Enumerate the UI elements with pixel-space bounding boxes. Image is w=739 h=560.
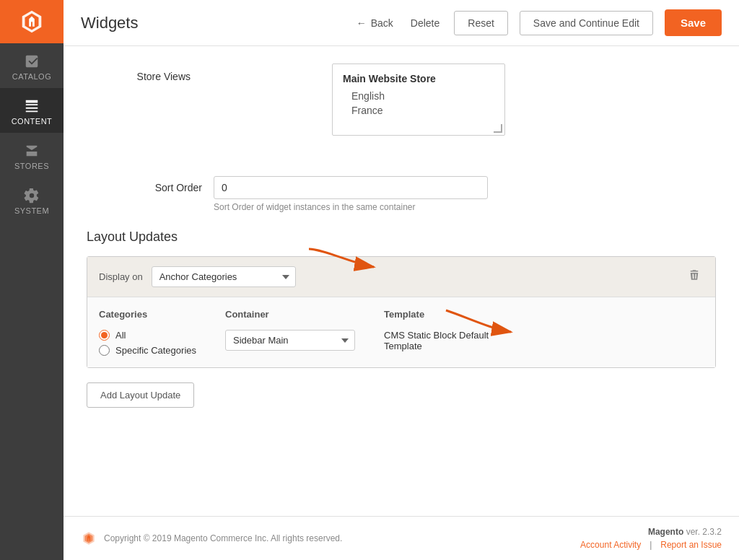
layout-update-header: Display on All Pages Anchor Categories N… xyxy=(87,257,715,297)
sidebar-content-label: CONTENT xyxy=(12,117,53,126)
footer-links: Account Activity | Report an Issue xyxy=(580,540,722,550)
sidebar-item-content[interactable]: CONTENT xyxy=(0,88,64,133)
sort-order-hint: Sort Order of widget instances in the sa… xyxy=(214,202,488,212)
back-button[interactable]: ← Back xyxy=(354,12,396,35)
sidebar-item-stores[interactable]: STORES xyxy=(0,133,64,178)
store-main: Main Website Store xyxy=(343,73,494,84)
template-value: CMS Static Block Default Template xyxy=(384,330,528,351)
magento-logo-icon xyxy=(18,8,45,35)
categories-group: Categories All Specific Categories xyxy=(99,309,196,356)
catalog-icon xyxy=(24,53,40,69)
footer-version: Magento ver. 2.3.2 xyxy=(648,527,722,537)
sidebar-catalog-label: CATALOG xyxy=(12,72,51,81)
display-on-select[interactable]: All Pages Anchor Categories Non-Anchor C… xyxy=(152,266,296,287)
delete-button[interactable]: Delete xyxy=(408,12,442,35)
content-area: Store Views Main Website Store English F… xyxy=(64,46,739,516)
sidebar-stores-label: STORES xyxy=(14,162,49,170)
sort-order-label: Sort Order xyxy=(87,176,202,193)
container-label: Container xyxy=(225,309,355,320)
categories-label: Categories xyxy=(99,309,196,320)
delete-layout-update-button[interactable] xyxy=(685,266,704,288)
layout-update-card: Display on All Pages Anchor Categories N… xyxy=(87,256,716,368)
add-layout-update-button[interactable]: Add Layout Update xyxy=(87,382,194,408)
sort-order-field: Sort Order of widget instances in the sa… xyxy=(214,176,488,212)
topbar-actions: ← Back Delete Reset Save and Continue Ed… xyxy=(354,9,722,36)
store-views-label: Store Views xyxy=(87,64,202,82)
layout-updates-section: Layout Updates Display on All Pages Anch… xyxy=(87,229,716,408)
template-label: Template xyxy=(384,309,528,320)
stores-icon xyxy=(24,143,40,159)
footer-logo-area: Copyright © 2019 Magento Commerce Inc. A… xyxy=(81,530,342,546)
main-content: Widgets ← Back Delete Reset Save and Con… xyxy=(64,0,739,560)
sidebar: CATALOG CONTENT STORES SYSTEM xyxy=(0,0,64,560)
main-wrapper: Widgets ← Back Delete Reset Save and Con… xyxy=(64,0,739,560)
back-arrow-icon: ← xyxy=(357,17,367,29)
sort-order-row: Sort Order Sort Order of widget instance… xyxy=(87,176,716,212)
content-icon xyxy=(24,98,40,114)
container-select[interactable]: Sidebar Main Sidebar Additional Main Con… xyxy=(225,330,355,351)
radio-specific[interactable] xyxy=(99,345,110,356)
sidebar-logo[interactable] xyxy=(0,0,64,43)
report-issue-link[interactable]: Report an Issue xyxy=(660,540,722,550)
footer-magento-icon xyxy=(81,530,97,546)
trash-icon xyxy=(688,268,701,281)
store-france: France xyxy=(343,105,494,116)
radio-all[interactable] xyxy=(99,330,110,341)
system-icon xyxy=(24,188,40,204)
store-english: English xyxy=(343,90,494,102)
account-activity-link[interactable]: Account Activity xyxy=(580,540,641,550)
radio-all-label[interactable]: All xyxy=(99,330,196,341)
page-title: Widgets xyxy=(81,14,336,32)
footer: Copyright © 2019 Magento Commerce Inc. A… xyxy=(64,516,739,560)
display-on-label: Display on xyxy=(99,271,143,282)
categories-radio-group: All Specific Categories xyxy=(99,330,196,356)
sidebar-system-label: SYSTEM xyxy=(14,206,49,215)
sidebar-item-catalog[interactable]: CATALOG xyxy=(0,43,64,88)
sidebar-item-system[interactable]: SYSTEM xyxy=(0,178,64,222)
reset-button[interactable]: Reset xyxy=(454,11,508,35)
footer-copyright: Copyright © 2019 Magento Commerce Inc. A… xyxy=(104,533,342,543)
topbar: Widgets ← Back Delete Reset Save and Con… xyxy=(64,0,739,46)
layout-update-body: Categories All Specific Categories xyxy=(87,297,715,367)
template-group: Template CMS Static Block Default Templa… xyxy=(384,309,528,356)
save-continue-button[interactable]: Save and Continue Edit xyxy=(520,11,653,35)
store-views-box[interactable]: Main Website Store English France xyxy=(332,64,505,136)
radio-specific-label[interactable]: Specific Categories xyxy=(99,345,196,356)
sort-order-input[interactable] xyxy=(214,176,488,199)
save-button[interactable]: Save xyxy=(665,9,722,36)
container-group: Container Sidebar Main Sidebar Additiona… xyxy=(225,309,355,356)
layout-updates-title: Layout Updates xyxy=(87,229,716,245)
container-select-wrapper: Sidebar Main Sidebar Additional Main Con… xyxy=(225,330,355,351)
